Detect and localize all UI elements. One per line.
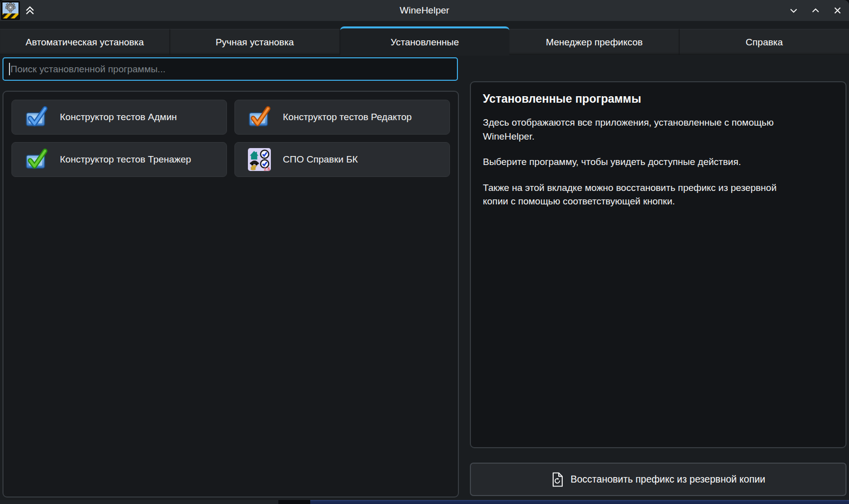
restore-prefix-button[interactable]: Восстановить префикс из резервной копии: [470, 463, 847, 496]
tab-prefix-manager[interactable]: Менеджер префиксов: [509, 29, 679, 55]
titlebar: WineHelper: [0, 0, 849, 21]
tab-auto-install[interactable]: Автоматическая установка: [0, 29, 170, 55]
tab-installed[interactable]: Установленные: [340, 26, 510, 56]
info-panel-heading: Установленные программы: [483, 92, 834, 106]
program-label: Конструктор тестов Редактор: [283, 112, 412, 123]
info-paragraph: Здесь отображаются все приложения, устан…: [483, 116, 785, 143]
search-input[interactable]: [2, 57, 458, 81]
program-label: Конструктор тестов Админ: [60, 112, 177, 123]
program-button-editor[interactable]: Конструктор тестов Редактор: [234, 100, 450, 135]
window-title: WineHelper: [0, 5, 849, 16]
orange-check-board-icon: [248, 106, 271, 129]
tab-bar: Автоматическая установка Ручная установк…: [0, 21, 849, 55]
desktop-strip: [0, 500, 849, 504]
tab-manual-install[interactable]: Ручная установка: [170, 29, 340, 55]
desktop-strip-dark-segment: [278, 500, 310, 504]
search-container: [2, 57, 458, 81]
program-label: Конструктор тестов Тренажер: [60, 154, 191, 165]
svg-text:2.5: 2.5: [264, 167, 270, 171]
green-check-board-icon: [25, 148, 48, 171]
text-caret: [9, 63, 10, 75]
installed-programs-panel: Конструктор тестов Админ Конструктор тес…: [2, 91, 459, 498]
minimize-icon[interactable]: [787, 4, 800, 17]
desktop-strip-blue-segment: [310, 500, 849, 504]
blue-check-board-icon: [25, 106, 48, 129]
close-icon[interactable]: [831, 4, 844, 17]
tab-help[interactable]: Справка: [679, 29, 849, 55]
program-button-admin[interactable]: Конструктор тестов Админ: [11, 100, 227, 135]
program-button-spravki-bk[interactable]: 2.5 СПО Справки БК: [234, 142, 450, 177]
program-button-trainer[interactable]: Конструктор тестов Тренажер: [11, 142, 227, 177]
restore-prefix-label: Восстановить префикс из резервной копии: [571, 474, 766, 485]
spravki-bk-icon: 2.5: [248, 148, 271, 171]
info-paragraph: Выберите программу, чтобы увидеть доступ…: [483, 155, 785, 169]
restore-document-icon: [551, 472, 564, 487]
info-panel: Установленные программы Здесь отображают…: [470, 81, 847, 448]
info-paragraph: Также на этой вкладке можно восстановить…: [483, 181, 785, 208]
maximize-icon[interactable]: [809, 4, 822, 17]
program-label: СПО Справки БК: [283, 154, 358, 165]
window-controls: [787, 0, 844, 21]
winehelper-window: WineHelper Автоматическая установка: [0, 0, 849, 500]
